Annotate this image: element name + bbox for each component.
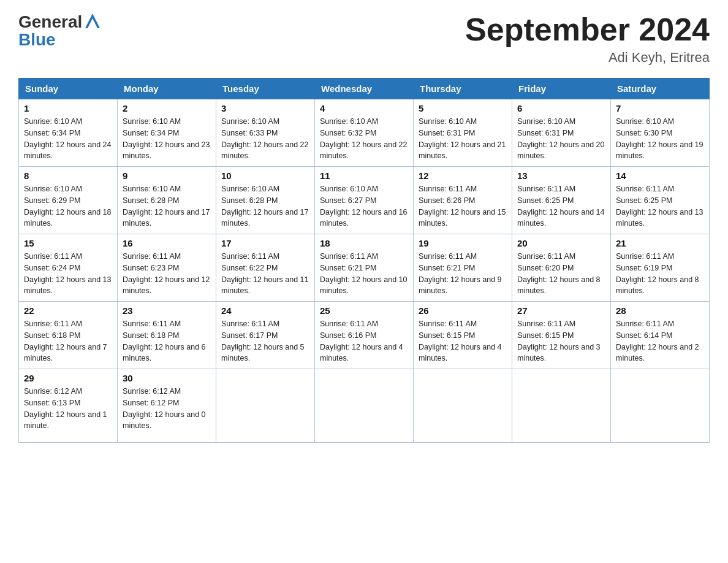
calendar-week-row: 22Sunrise: 6:11 AMSunset: 6:18 PMDayligh… [19,302,710,369]
day-number: 14 [616,170,704,181]
calendar-week-row: 8Sunrise: 6:10 AMSunset: 6:29 PMDaylight… [19,167,710,234]
day-info: Sunrise: 6:11 AMSunset: 6:14 PMDaylight:… [616,318,704,364]
col-saturday: Saturday [611,79,710,99]
calendar-cell: 26Sunrise: 6:11 AMSunset: 6:15 PMDayligh… [414,302,512,369]
col-friday: Friday [512,79,611,99]
calendar-cell: 10Sunrise: 6:10 AMSunset: 6:28 PMDayligh… [216,167,315,234]
calendar-cell: 5Sunrise: 6:10 AMSunset: 6:31 PMDaylight… [414,99,512,167]
day-info: Sunrise: 6:11 AMSunset: 6:23 PMDaylight:… [123,251,211,297]
day-number: 2 [123,103,211,113]
calendar-cell: 17Sunrise: 6:11 AMSunset: 6:22 PMDayligh… [216,234,315,302]
day-info: Sunrise: 6:10 AMSunset: 6:31 PMDaylight:… [517,116,605,162]
calendar-cell: 29Sunrise: 6:12 AMSunset: 6:13 PMDayligh… [19,369,118,443]
day-info: Sunrise: 6:11 AMSunset: 6:18 PMDaylight:… [123,318,211,364]
day-info: Sunrise: 6:11 AMSunset: 6:25 PMDaylight:… [616,183,704,229]
day-number: 25 [320,305,408,316]
day-number: 11 [320,170,408,181]
day-number: 9 [123,170,211,181]
day-number: 22 [24,305,112,316]
calendar-cell: 8Sunrise: 6:10 AMSunset: 6:29 PMDaylight… [19,167,118,234]
header-row: Sunday Monday Tuesday Wednesday Thursday… [19,79,710,99]
day-info: Sunrise: 6:10 AMSunset: 6:27 PMDaylight:… [320,183,408,229]
day-info: Sunrise: 6:11 AMSunset: 6:20 PMDaylight:… [517,251,605,297]
calendar-cell: 3Sunrise: 6:10 AMSunset: 6:33 PMDaylight… [216,99,315,167]
calendar-header: Sunday Monday Tuesday Wednesday Thursday… [19,79,710,99]
calendar-cell: 14Sunrise: 6:11 AMSunset: 6:25 PMDayligh… [611,167,710,234]
logo: General Blue [18,12,101,48]
day-number: 23 [123,305,211,316]
page-header: General Blue September 2024 Adi Keyh, Er… [18,12,710,66]
calendar-cell: 9Sunrise: 6:10 AMSunset: 6:28 PMDaylight… [118,167,216,234]
calendar-cell: 30Sunrise: 6:12 AMSunset: 6:12 PMDayligh… [118,369,216,443]
day-info: Sunrise: 6:11 AMSunset: 6:22 PMDaylight:… [221,251,309,297]
logo-general-text: General [18,13,82,31]
calendar-cell: 19Sunrise: 6:11 AMSunset: 6:21 PMDayligh… [414,234,512,302]
col-tuesday: Tuesday [216,79,315,99]
day-info: Sunrise: 6:11 AMSunset: 6:15 PMDaylight:… [517,318,605,364]
day-info: Sunrise: 6:11 AMSunset: 6:21 PMDaylight:… [419,251,507,297]
day-info: Sunrise: 6:11 AMSunset: 6:26 PMDaylight:… [419,183,507,229]
day-number: 20 [517,238,605,248]
calendar-cell: 15Sunrise: 6:11 AMSunset: 6:24 PMDayligh… [19,234,118,302]
calendar-cell: 7Sunrise: 6:10 AMSunset: 6:30 PMDaylight… [611,99,710,167]
day-info: Sunrise: 6:12 AMSunset: 6:13 PMDaylight:… [24,386,112,432]
day-number: 30 [123,373,211,383]
day-number: 24 [221,305,309,316]
calendar-cell [611,369,710,443]
calendar-cell [512,369,611,443]
day-info: Sunrise: 6:10 AMSunset: 6:34 PMDaylight:… [123,116,211,162]
calendar-title: September 2024 [465,12,710,47]
day-info: Sunrise: 6:11 AMSunset: 6:15 PMDaylight:… [419,318,507,364]
calendar-subtitle: Adi Keyh, Eritrea [465,50,710,66]
calendar-cell: 27Sunrise: 6:11 AMSunset: 6:15 PMDayligh… [512,302,611,369]
calendar-cell: 25Sunrise: 6:11 AMSunset: 6:16 PMDayligh… [315,302,414,369]
day-info: Sunrise: 6:10 AMSunset: 6:32 PMDaylight:… [320,116,408,162]
calendar-table: Sunday Monday Tuesday Wednesday Thursday… [18,78,710,443]
day-number: 8 [24,170,112,181]
calendar-cell: 2Sunrise: 6:10 AMSunset: 6:34 PMDaylight… [118,99,216,167]
calendar-cell: 18Sunrise: 6:11 AMSunset: 6:21 PMDayligh… [315,234,414,302]
calendar-cell: 13Sunrise: 6:11 AMSunset: 6:25 PMDayligh… [512,167,611,234]
day-info: Sunrise: 6:11 AMSunset: 6:21 PMDaylight:… [320,251,408,297]
day-number: 29 [24,373,112,383]
calendar-cell: 6Sunrise: 6:10 AMSunset: 6:31 PMDaylight… [512,99,611,167]
col-monday: Monday [118,79,216,99]
day-number: 10 [221,170,309,181]
day-number: 26 [419,305,507,316]
logo-top-row: General [18,12,101,31]
day-number: 16 [123,238,211,248]
calendar-cell: 11Sunrise: 6:10 AMSunset: 6:27 PMDayligh… [315,167,414,234]
day-info: Sunrise: 6:10 AMSunset: 6:28 PMDaylight:… [221,183,309,229]
day-number: 3 [221,103,309,113]
calendar-cell: 20Sunrise: 6:11 AMSunset: 6:20 PMDayligh… [512,234,611,302]
calendar-cell [315,369,414,443]
day-number: 12 [419,170,507,181]
day-number: 18 [320,238,408,248]
day-info: Sunrise: 6:10 AMSunset: 6:28 PMDaylight:… [123,183,211,229]
day-info: Sunrise: 6:10 AMSunset: 6:33 PMDaylight:… [221,116,309,162]
calendar-cell: 16Sunrise: 6:11 AMSunset: 6:23 PMDayligh… [118,234,216,302]
logo-blue-text: Blue [18,31,101,48]
col-sunday: Sunday [19,79,118,99]
day-info: Sunrise: 6:10 AMSunset: 6:34 PMDaylight:… [24,116,112,162]
day-info: Sunrise: 6:11 AMSunset: 6:24 PMDaylight:… [24,251,112,297]
day-number: 6 [517,103,605,113]
calendar-cell: 22Sunrise: 6:11 AMSunset: 6:18 PMDayligh… [19,302,118,369]
day-number: 27 [517,305,605,316]
day-info: Sunrise: 6:11 AMSunset: 6:17 PMDaylight:… [221,318,309,364]
day-info: Sunrise: 6:10 AMSunset: 6:31 PMDaylight:… [419,116,507,162]
calendar-cell: 23Sunrise: 6:11 AMSunset: 6:18 PMDayligh… [118,302,216,369]
calendar-cell: 21Sunrise: 6:11 AMSunset: 6:19 PMDayligh… [611,234,710,302]
day-info: Sunrise: 6:12 AMSunset: 6:12 PMDaylight:… [123,386,211,432]
day-number: 17 [221,238,309,248]
day-info: Sunrise: 6:10 AMSunset: 6:29 PMDaylight:… [24,183,112,229]
calendar-week-row: 15Sunrise: 6:11 AMSunset: 6:24 PMDayligh… [19,234,710,302]
calendar-week-row: 29Sunrise: 6:12 AMSunset: 6:13 PMDayligh… [19,369,710,443]
col-thursday: Thursday [414,79,512,99]
title-section: September 2024 Adi Keyh, Eritrea [465,12,710,66]
logo-triangle-icon [84,12,101,29]
logo-wrapper: General Blue [18,12,101,48]
calendar-cell [216,369,315,443]
calendar-cell: 1Sunrise: 6:10 AMSunset: 6:34 PMDaylight… [19,99,118,167]
day-number: 4 [320,103,408,113]
